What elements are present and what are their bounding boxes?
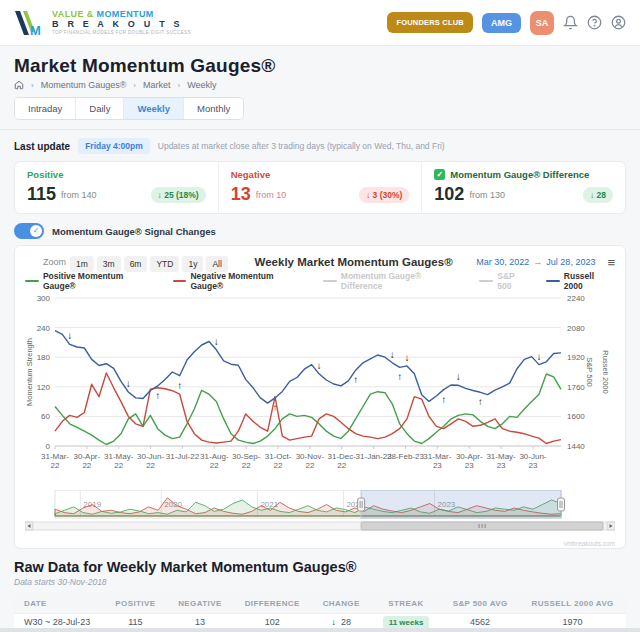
svg-text:300: 300 xyxy=(37,294,51,303)
svg-text:↑: ↑ xyxy=(353,374,358,385)
svg-text:240: 240 xyxy=(37,324,51,333)
difference-from: from 130 xyxy=(469,190,505,200)
svg-text:↑: ↑ xyxy=(273,402,278,413)
chart-legend: Positive Momentum Gauge®Negative Momentu… xyxy=(25,274,615,288)
svg-text:1440: 1440 xyxy=(567,442,585,451)
zoom-button-1m[interactable]: 1m xyxy=(70,256,94,272)
breadcrumb-item-momentum-gauges-[interactable]: Momentum Gauges® xyxy=(41,80,127,90)
raw-data-title: Raw Data for Weekly Market Momentum Gaug… xyxy=(14,559,626,575)
signal-changes-toggle[interactable]: ✓ xyxy=(14,223,44,239)
zoom-button-ytd[interactable]: YTD xyxy=(150,256,179,272)
zoom-button-6m[interactable]: 6m xyxy=(124,256,148,272)
negative-from: from 10 xyxy=(256,190,287,200)
main-chart: 014406016001201760180192024020803002240M… xyxy=(25,288,615,486)
breadcrumb-separator: › xyxy=(133,81,136,90)
svg-text:31-May-: 31-May- xyxy=(486,452,516,461)
notifications-bell-icon[interactable] xyxy=(563,15,578,30)
user-avatar[interactable]: SA xyxy=(530,11,554,35)
svg-text:22: 22 xyxy=(210,461,219,470)
column-header-s-p-500-avg: S&P 500 AVG xyxy=(441,594,519,614)
svg-text:2240: 2240 xyxy=(567,294,585,303)
svg-text:0: 0 xyxy=(46,442,51,451)
svg-text:30-Sep-: 30-Sep- xyxy=(232,452,261,461)
legend-dash-icon xyxy=(173,280,187,282)
zoom-button-all[interactable]: All xyxy=(206,256,227,272)
svg-text:23: 23 xyxy=(465,461,474,470)
positive-label: Positive xyxy=(27,169,206,180)
logo[interactable]: M VALUE & MOMENTUM B R E A K O U T S TOP… xyxy=(14,9,191,37)
raw-data-subtitle: Data starts 30-Nov-2018 xyxy=(14,577,626,587)
home-icon[interactable] xyxy=(14,80,24,90)
svg-text:30-Apr-: 30-Apr- xyxy=(456,452,483,461)
svg-text:S&P 500: S&P 500 xyxy=(585,357,594,386)
svg-text:↓: ↓ xyxy=(67,330,72,341)
logo-mark-icon: M xyxy=(14,9,48,37)
difference-change-badge: ↓ 28 xyxy=(583,187,613,203)
brand-subtitle: B R E A K O U T S xyxy=(52,20,191,29)
update-note: Updates at market close after 3 trading … xyxy=(158,141,445,151)
svg-text:31-Dec-: 31-Dec- xyxy=(328,452,357,461)
svg-text:22: 22 xyxy=(51,461,60,470)
last-update-badge: Friday 4:00pm xyxy=(78,138,150,154)
breadcrumb-item-weekly[interactable]: Weekly xyxy=(187,80,216,90)
tab-intraday[interactable]: Intraday xyxy=(15,98,76,119)
last-update-label: Last update xyxy=(14,141,70,152)
brand-title: VALUE & MOMENTUM xyxy=(52,10,191,19)
legend-dash-icon xyxy=(323,280,337,282)
negative-change-badge: ↓ 3 (30%) xyxy=(359,187,409,203)
brand-tagline: TOP FINANCIAL MODELS FOR DOUBLE-DIGIT SU… xyxy=(52,31,191,36)
card-negative: Negative 13 from 10 ↓ 3 (30%) xyxy=(218,162,422,213)
positive-from: from 140 xyxy=(61,190,97,200)
navigator-handle xyxy=(558,498,565,511)
column-header-change: CHANGE xyxy=(311,594,371,614)
breadcrumb-item-market[interactable]: Market xyxy=(143,80,171,90)
tab-daily[interactable]: Daily xyxy=(76,98,124,119)
navigator-handle xyxy=(358,498,365,511)
help-icon[interactable] xyxy=(587,15,602,30)
difference-value: 102 xyxy=(434,184,464,205)
svg-text:Russell 2000: Russell 2000 xyxy=(601,350,610,393)
page-title: Market Momentum Gauges® xyxy=(14,55,626,77)
watermark: vmbreakouts.com xyxy=(564,540,615,547)
zoom-button-3m[interactable]: 3m xyxy=(97,256,121,272)
chart-menu-icon[interactable]: ≡ xyxy=(607,256,615,269)
svg-text:28-Feb-23: 28-Feb-23 xyxy=(387,452,424,461)
amg-button[interactable]: AMG xyxy=(482,13,521,33)
column-header-positive: POSITIVE xyxy=(104,594,167,614)
svg-text:↑: ↑ xyxy=(441,394,446,405)
column-header-negative: NEGATIVE xyxy=(167,594,233,614)
svg-text:↑: ↑ xyxy=(177,380,182,391)
svg-text:↓: ↓ xyxy=(456,371,461,382)
svg-text:↑: ↑ xyxy=(155,390,160,401)
zoom-label: Zoom xyxy=(43,257,66,267)
svg-text:22: 22 xyxy=(82,461,91,470)
tab-monthly[interactable]: Monthly xyxy=(184,98,243,119)
stat-cards: Positive 115 from 140 ↓ 25 (18%) Negativ… xyxy=(14,161,626,214)
svg-text:31-Jul-22: 31-Jul-22 xyxy=(166,452,200,461)
tab-weekly[interactable]: Weekly xyxy=(124,98,184,119)
top-bar: M VALUE & MOMENTUM B R E A K O U T S TOP… xyxy=(0,0,640,46)
chart-navigator[interactable]: 20192020202120222023 xyxy=(25,490,615,532)
founders-club-button[interactable]: FOUNDERS CLUB xyxy=(387,12,473,33)
chart-panel: Zoom 1m3m6mYTD1yAll Weekly Market Moment… xyxy=(14,245,626,549)
svg-text:30-Apr-: 30-Apr- xyxy=(74,452,101,461)
svg-text:180: 180 xyxy=(37,353,51,362)
svg-text:↓: ↓ xyxy=(405,352,410,363)
difference-checkbox-icon[interactable]: ✓ xyxy=(434,169,445,180)
account-icon[interactable] xyxy=(611,15,626,30)
negative-label: Negative xyxy=(231,169,410,180)
zoom-button-1y[interactable]: 1y xyxy=(182,256,203,272)
bottom-scroll-strip[interactable] xyxy=(0,628,640,632)
breadcrumb-separator: › xyxy=(31,81,34,90)
date-range[interactable]: Mar 30, 2022→Jul 28, 2023 xyxy=(476,257,595,267)
svg-text:22: 22 xyxy=(305,461,314,470)
svg-text:1600: 1600 xyxy=(567,412,585,421)
column-header-difference: DIFFERENCE xyxy=(233,594,311,614)
period-tabs: IntradayDailyWeeklyMonthly xyxy=(14,97,244,120)
svg-text:30-Jun-: 30-Jun- xyxy=(137,452,164,461)
svg-text:2080: 2080 xyxy=(567,324,585,333)
svg-text:60: 60 xyxy=(41,412,50,421)
svg-text:M: M xyxy=(30,23,41,37)
column-header-date: DATE xyxy=(14,594,104,614)
svg-text:22: 22 xyxy=(146,461,155,470)
